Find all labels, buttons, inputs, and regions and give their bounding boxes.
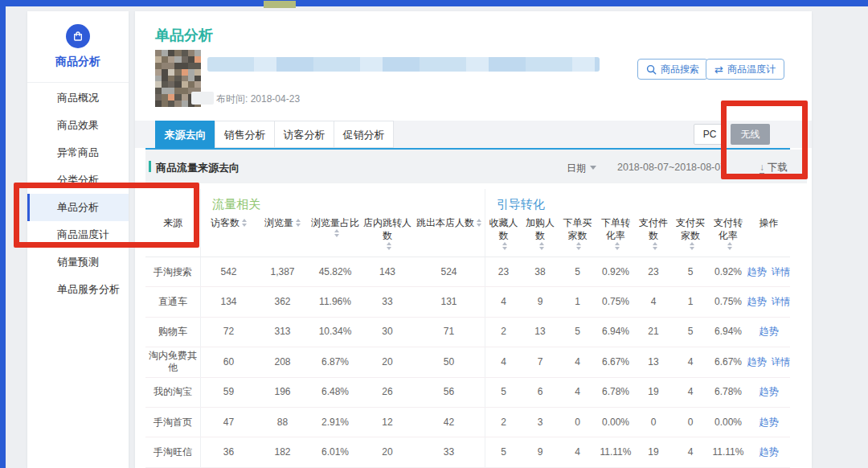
sidebar-item[interactable]: 异常商品 <box>27 139 129 166</box>
sort-icon[interactable] <box>334 229 339 237</box>
value-cell: 4 <box>635 287 672 316</box>
sort-down-arrow <box>334 234 339 237</box>
value-cell: 0.75% <box>709 287 747 316</box>
sort-up-arrow <box>387 242 391 245</box>
sort-icon[interactable] <box>242 219 247 227</box>
value-cell: 0.00% <box>596 408 635 437</box>
main-panel: 单品分析 布时间: 2018-04-23 商品搜索 ⇄ 商品温度计 来源去向销售… <box>135 11 812 468</box>
sidebar-item[interactable]: 商品温度计 <box>27 221 129 248</box>
column-header: 支付买家数 <box>672 215 709 257</box>
detail-link[interactable]: 详情 <box>772 356 791 368</box>
action-cell: 趋势详情 <box>747 347 790 376</box>
date-dropdown[interactable]: 日期 <box>567 162 596 175</box>
column-header-label: 支付件数 <box>637 216 670 242</box>
sort-icon[interactable] <box>727 242 732 250</box>
product-thermometer-button[interactable]: ⇄ 商品温度计 <box>706 59 784 80</box>
trend-link[interactable]: 趋势 <box>760 386 779 398</box>
trend-link[interactable]: 趋势 <box>747 266 767 278</box>
sort-up-arrow <box>477 219 481 222</box>
value-cell: 6.94% <box>709 318 747 347</box>
value-cell: 88 <box>256 408 309 437</box>
sort-icon[interactable] <box>653 242 657 250</box>
active-indicator-bar <box>27 194 30 221</box>
sidebar-item[interactable]: 分类分析 <box>27 166 129 194</box>
value-cell: 12 <box>362 408 413 437</box>
sort-icon[interactable] <box>615 242 620 250</box>
column-header: 跳出本店人数 <box>413 215 485 257</box>
sort-icon[interactable] <box>502 242 507 250</box>
trend-link[interactable]: 趋势 <box>747 296 767 308</box>
sidebar-item[interactable]: 单品服务分析 <box>27 276 129 303</box>
column-header: 浏览量占比 <box>309 215 362 257</box>
sort-icon[interactable] <box>387 242 391 250</box>
value-cell: 0 <box>672 408 709 437</box>
value-cell: 1 <box>559 287 596 316</box>
sort-icon[interactable] <box>296 219 301 227</box>
trend-link[interactable]: 趋势 <box>760 446 779 458</box>
sidebar-item[interactable]: 单品分析 <box>27 194 129 221</box>
sidebar-item[interactable]: 销量预测 <box>27 248 129 276</box>
sidebar-title: 商品分析 <box>27 55 129 69</box>
value-cell: 11.11% <box>596 437 635 466</box>
group-header-conversion: 引导转化 <box>485 189 747 215</box>
detail-link[interactable]: 详情 <box>772 266 791 278</box>
value-cell: 4 <box>559 378 596 407</box>
sidebar-item-label: 商品概况 <box>57 92 99 104</box>
sidebar-divider <box>27 82 129 83</box>
sidebar-item[interactable]: 商品效果 <box>27 112 129 139</box>
column-header-source: 来源 <box>145 189 200 257</box>
value-cell: 2 <box>485 318 522 347</box>
sidebar-item-label: 商品效果 <box>57 119 99 131</box>
sort-icon[interactable] <box>477 219 481 227</box>
source-cell: 手淘首页 <box>145 408 200 437</box>
tab[interactable]: 销售分析 <box>215 121 275 148</box>
page-title: 单品分析 <box>155 26 213 45</box>
sort-icon[interactable] <box>539 242 544 250</box>
date-range-picker[interactable]: 2018-08-07~2018-08-07 <box>617 162 738 173</box>
value-cell: 19 <box>635 437 672 466</box>
sidebar-item[interactable]: 商品概况 <box>27 84 129 112</box>
chevron-down-icon <box>590 166 596 170</box>
detail-link[interactable]: 详情 <box>772 296 791 308</box>
sort-icon[interactable] <box>576 242 581 250</box>
date-dropdown-label: 日期 <box>567 162 586 174</box>
topbar-tab[interactable] <box>264 1 296 8</box>
value-cell: 5 <box>559 318 596 347</box>
tab[interactable]: 来源去向 <box>155 121 215 148</box>
product-search-button[interactable]: 商品搜索 <box>637 59 708 80</box>
action-cell: 趋势 <box>747 408 790 437</box>
sort-icon[interactable] <box>690 242 694 250</box>
value-cell: 4 <box>559 347 596 376</box>
value-cell: 5 <box>672 318 709 347</box>
sort-up-arrow <box>539 242 544 245</box>
value-cell: 71 <box>413 318 485 347</box>
tab[interactable]: 促销分析 <box>334 121 394 148</box>
group-header-traffic: 流量相关 <box>200 189 485 215</box>
trend-link[interactable]: 趋势 <box>760 326 779 338</box>
source-cell: 直通车 <box>145 287 200 316</box>
table-row: 直通车13436211.96%331314910.75%410.75%趋势详情 <box>145 287 790 317</box>
value-cell: 4 <box>672 347 709 376</box>
value-cell: 4 <box>672 378 709 407</box>
pc-toggle-button[interactable]: PC <box>694 124 726 145</box>
action-cell: 趋势 <box>747 437 790 466</box>
column-header-label: 访客数 <box>211 216 240 229</box>
sort-up-arrow <box>653 242 657 245</box>
trend-link[interactable]: 趋势 <box>747 356 767 368</box>
value-cell: 10.34% <box>309 318 362 347</box>
trend-link[interactable]: 趋势 <box>760 417 779 429</box>
sort-down-arrow <box>387 247 391 250</box>
section-title: 商品流量来源去向 <box>156 161 240 175</box>
source-cell: 手淘旺信 <box>145 437 200 466</box>
value-cell: 6 <box>522 378 559 407</box>
value-cell: 47 <box>200 408 256 437</box>
sort-up-arrow <box>502 242 507 245</box>
sidebar-item-label: 商品温度计 <box>57 228 109 240</box>
tab[interactable]: 访客分析 <box>274 121 334 148</box>
column-header: 加购人数 <box>522 215 559 257</box>
wireless-toggle-button[interactable]: 无线 <box>731 124 770 145</box>
value-cell: 9 <box>522 437 559 466</box>
download-button[interactable]: ↓下载 <box>760 161 788 174</box>
value-cell: 6.78% <box>709 378 747 407</box>
table-row: 手淘旺信361826.01%203359411.11%19411.11%趋势 <box>145 437 790 467</box>
